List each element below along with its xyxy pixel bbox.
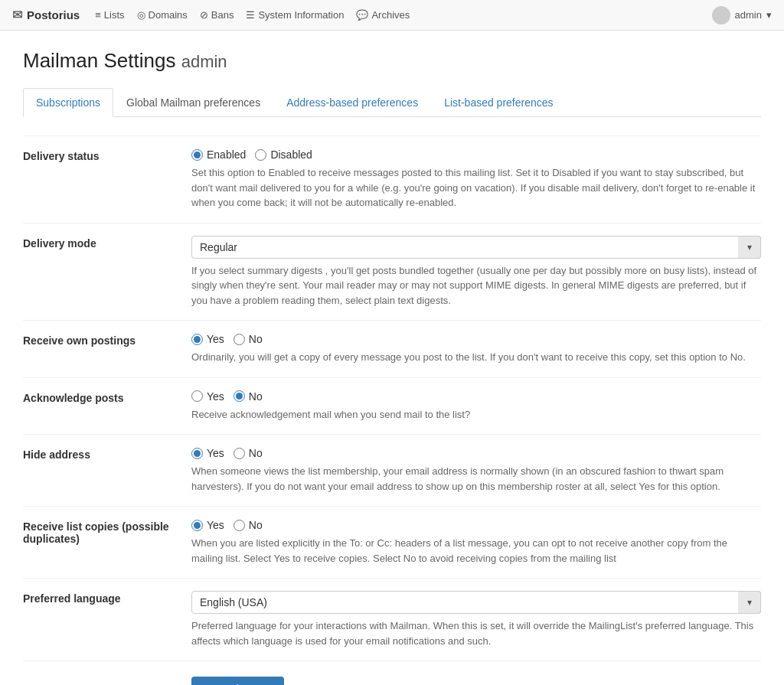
receive-own-postings-content: Yes No Ordinarily, you will get a copy o… [191, 333, 761, 365]
nav-archives[interactable]: 💬 Archives [356, 9, 410, 21]
hide-address-yes-option[interactable]: Yes [191, 447, 224, 459]
acknowledge-posts-no-radio[interactable] [234, 390, 245, 402]
delivery-status-enabled-option[interactable]: Enabled [191, 148, 246, 161]
delivery-status-enabled-radio[interactable] [191, 149, 203, 161]
hide-address-desc: When someone views the list membership, … [191, 464, 761, 494]
receive-own-postings-no-label: No [249, 333, 263, 345]
lists-icon: ≡ [95, 9, 101, 21]
receive-list-copies-no-option[interactable]: No [234, 519, 263, 531]
receive-own-postings-label: Receive own postings [23, 333, 191, 347]
acknowledge-posts-label: Acknowledge posts [23, 390, 191, 404]
acknowledge-posts-radio-group: Yes No [191, 390, 761, 403]
delivery-mode-select-wrapper: Regular Summary digests Mime digests Pla… [191, 236, 761, 259]
preferred-language-content: English (USA) German French Spanish Ital… [191, 591, 761, 648]
user-avatar-icon [712, 6, 730, 24]
receive-list-copies-radio-group: Yes No [191, 519, 761, 531]
hide-address-no-option[interactable]: No [234, 447, 263, 459]
page-title-text: Mailman Settings [23, 49, 175, 72]
delivery-status-row: Delivery status Enabled Disabled Set thi… [23, 136, 761, 223]
acknowledge-posts-yes-label: Yes [207, 390, 224, 403]
acknowledge-posts-no-label: No [249, 390, 263, 403]
brand[interactable]: ✉ Postorius [12, 8, 80, 22]
hide-address-label: Hide address [23, 447, 191, 461]
acknowledge-posts-yes-option[interactable]: Yes [191, 390, 224, 403]
nav-bans-label: Bans [211, 9, 234, 21]
nav-bans[interactable]: ⊘ Bans [200, 9, 234, 21]
delivery-mode-content: Regular Summary digests Mime digests Pla… [191, 236, 761, 308]
preferred-language-desc: Preferred language for your interactions… [191, 618, 761, 648]
acknowledge-posts-content: Yes No Receive acknowledgement mail when… [191, 390, 761, 422]
nav-archives-label: Archives [371, 9, 410, 21]
tabs-container: Subscriptions Global Mailman preferences… [23, 88, 761, 117]
navbar: ✉ Postorius ≡ Lists ◎ Domains ⊘ Bans ☰ S… [0, 0, 784, 31]
receive-list-copies-row: Receive list copies (possible duplicates… [23, 507, 761, 579]
user-name: admin [735, 9, 762, 21]
bans-icon: ⊘ [200, 9, 208, 21]
nav-lists[interactable]: ≡ Lists [95, 9, 124, 21]
receive-list-copies-desc: When you are listed explicitly in the To… [191, 536, 761, 566]
tab-list-based-preferences[interactable]: List-based preferences [431, 88, 566, 116]
receive-list-copies-content: Yes No When you are listed explicitly in… [191, 519, 761, 566]
receive-own-postings-no-radio[interactable] [234, 334, 245, 345]
save-button[interactable]: Save changes [191, 677, 284, 685]
delivery-status-enabled-label: Enabled [207, 148, 246, 161]
preferred-language-select-wrapper: English (USA) German French Spanish Ital… [191, 591, 761, 614]
delivery-status-disabled-option[interactable]: Disabled [255, 148, 312, 161]
domains-icon: ◎ [137, 9, 145, 21]
brand-name: Postorius [27, 8, 80, 21]
tab-address-based-preferences[interactable]: Address-based preferences [273, 88, 431, 116]
receive-list-copies-label: Receive list copies (possible duplicates… [23, 519, 191, 545]
preferred-language-label: Preferred language [23, 591, 191, 605]
save-row: Save changes [23, 661, 761, 685]
hide-address-row: Hide address Yes No When someone views t… [23, 435, 761, 507]
hide-address-content: Yes No When someone views the list membe… [191, 447, 761, 494]
receive-list-copies-yes-option[interactable]: Yes [191, 519, 224, 531]
archives-icon: 💬 [356, 9, 368, 21]
receive-own-postings-row: Receive own postings Yes No Ordinarily, … [23, 321, 761, 378]
tab-subscriptions[interactable]: Subscriptions [23, 88, 113, 117]
receive-list-copies-no-radio[interactable] [234, 520, 245, 531]
acknowledge-posts-row: Acknowledge posts Yes No Receive acknowl… [23, 378, 761, 435]
receive-own-postings-radio-group: Yes No [191, 333, 761, 345]
delivery-status-desc: Set this option to Enabled to receive me… [191, 165, 761, 210]
receive-list-copies-yes-label: Yes [207, 519, 224, 531]
receive-list-copies-yes-radio[interactable] [191, 520, 203, 531]
nav-system-info-label: System Information [258, 9, 344, 21]
nav-system-information[interactable]: ☰ System Information [246, 9, 344, 21]
tab-global-mailman-preferences[interactable]: Global Mailman preferences [113, 88, 273, 116]
delivery-status-disabled-label: Disabled [270, 148, 312, 161]
brand-icon: ✉ [12, 8, 22, 22]
acknowledge-posts-no-option[interactable]: No [234, 390, 263, 403]
system-info-icon: ☰ [246, 9, 255, 21]
delivery-mode-desc: If you select summary digests , you'll g… [191, 263, 761, 308]
hide-address-yes-radio[interactable] [191, 448, 203, 459]
receive-own-postings-yes-option[interactable]: Yes [191, 333, 224, 345]
navbar-left: ✉ Postorius ≡ Lists ◎ Domains ⊘ Bans ☰ S… [12, 8, 410, 22]
delivery-mode-row: Delivery mode Regular Summary digests Mi… [23, 223, 761, 321]
receive-own-postings-desc: Ordinarily, you will get a copy of every… [191, 350, 761, 365]
receive-list-copies-no-label: No [249, 519, 263, 531]
nav-domains-label: Domains [149, 9, 188, 21]
settings-section: Delivery status Enabled Disabled Set thi… [23, 135, 761, 685]
hide-address-no-radio[interactable] [234, 448, 245, 459]
delivery-mode-select[interactable]: Regular Summary digests Mime digests Pla… [191, 236, 761, 259]
preferred-language-select[interactable]: English (USA) German French Spanish Ital… [191, 591, 761, 614]
nav-domains[interactable]: ◎ Domains [137, 9, 188, 21]
delivery-status-disabled-radio[interactable] [255, 149, 266, 161]
page-subtitle: admin [181, 52, 227, 71]
delivery-status-label: Delivery status [23, 148, 191, 162]
page-title: Mailman Settings admin [23, 49, 761, 73]
nav-links: ≡ Lists ◎ Domains ⊘ Bans ☰ System Inform… [95, 9, 410, 21]
acknowledge-posts-desc: Receive acknowledgement mail when you se… [191, 407, 761, 422]
hide-address-yes-label: Yes [207, 447, 224, 459]
navbar-right[interactable]: admin ▾ [712, 6, 772, 24]
delivery-status-radio-group: Enabled Disabled [191, 148, 761, 161]
preferred-language-row: Preferred language English (USA) German … [23, 579, 761, 661]
receive-own-postings-no-option[interactable]: No [234, 333, 263, 345]
delivery-status-content: Enabled Disabled Set this option to Enab… [191, 148, 761, 210]
page-content: Mailman Settings admin Subscriptions Glo… [0, 31, 784, 685]
acknowledge-posts-yes-radio[interactable] [191, 390, 203, 402]
receive-own-postings-yes-radio[interactable] [191, 334, 203, 345]
hide-address-radio-group: Yes No [191, 447, 761, 459]
nav-lists-label: Lists [104, 9, 125, 21]
